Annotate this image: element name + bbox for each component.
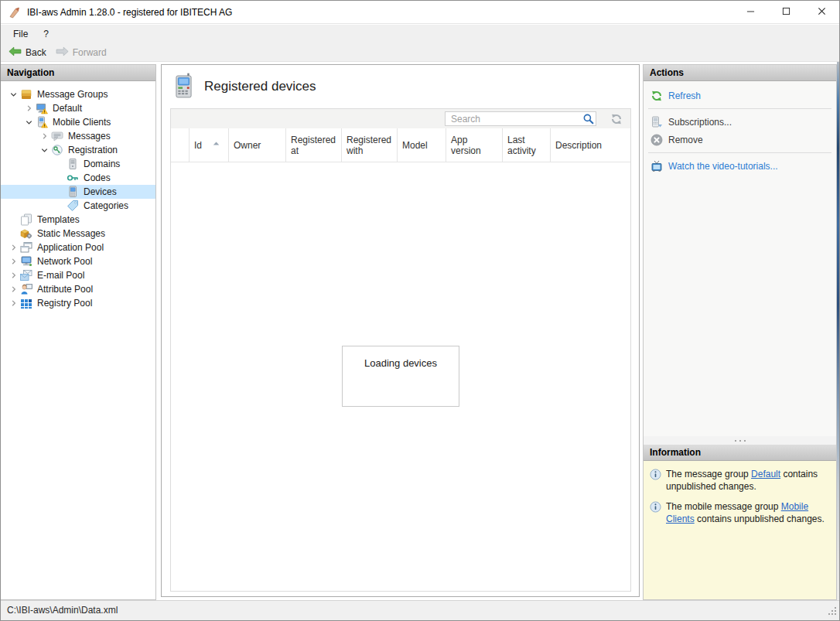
- table-body: Loading devices: [171, 162, 630, 591]
- main-panel: Registered devices IdOwnerRegistered atR…: [161, 64, 640, 597]
- menu-file[interactable]: File: [5, 25, 36, 43]
- tree-item-attribute-pool[interactable]: Attribute Pool: [1, 282, 155, 296]
- tree-item-application-pool[interactable]: Application Pool: [1, 241, 155, 254]
- tree-item-registry-pool[interactable]: Registry Pool: [1, 296, 155, 310]
- messages-icon: [51, 130, 63, 142]
- column-header-owner[interactable]: Owner: [229, 128, 286, 162]
- chevron-right-icon[interactable]: [7, 255, 20, 268]
- remove-icon: [650, 134, 663, 146]
- list-toolbar: [171, 109, 630, 128]
- action-label: Watch the video-tutorials...: [668, 161, 778, 172]
- minimize-icon: [746, 6, 755, 18]
- column-header-app-version[interactable]: App version: [446, 128, 503, 162]
- panel-splitter-handle[interactable]: [644, 436, 836, 445]
- title-bar: IBI-aws Admin 1.28.0 - registered for IB…: [1, 1, 839, 24]
- back-arrow-icon: [9, 46, 22, 59]
- search-icon[interactable]: [580, 113, 596, 125]
- tree-item-categories[interactable]: Categories: [1, 199, 155, 213]
- chevron-down-icon[interactable]: [22, 116, 36, 128]
- chevron-right-icon[interactable]: [7, 269, 20, 281]
- loading-text: Loading devices: [343, 357, 459, 369]
- column-header-label: App version: [451, 135, 497, 156]
- tv-icon: [650, 160, 663, 172]
- column-header-label: Registered with: [347, 135, 392, 156]
- action-label: Remove: [668, 135, 703, 145]
- info-text: The mobile message group Mobile Clients …: [666, 500, 831, 525]
- action-watch-the-video-tutorials[interactable]: Watch the video-tutorials...: [644, 157, 836, 175]
- chevron-placeholder: [53, 158, 67, 170]
- tree-item-label: Templates: [37, 214, 80, 225]
- column-header-registered-with[interactable]: Registered with: [342, 128, 398, 162]
- info-item: The message group Default contains unpub…: [650, 468, 831, 493]
- column-header-label: Last activity: [507, 135, 545, 156]
- tree-item-label: Messages: [68, 131, 111, 142]
- search-input[interactable]: [446, 114, 580, 125]
- maximize-icon: [782, 6, 790, 18]
- client-warning-icon: [36, 102, 48, 114]
- action-refresh[interactable]: Refresh: [644, 87, 836, 104]
- attribute-pool-icon: [20, 283, 32, 295]
- tree-item-domains[interactable]: Domains: [1, 157, 155, 171]
- information-list: The message group Default contains unpub…: [644, 461, 836, 599]
- tree-item-devices[interactable]: Devices: [1, 185, 155, 199]
- column-header-label: Id: [194, 140, 202, 151]
- refresh-green-icon: [650, 90, 663, 102]
- column-header-label: Owner: [234, 140, 261, 151]
- tree-item-mobile-clients[interactable]: Mobile Clients: [1, 115, 155, 129]
- tree-item-label: Static Messages: [37, 228, 105, 239]
- chevron-down-icon[interactable]: [7, 88, 20, 101]
- tree-item-templates[interactable]: Templates: [1, 213, 155, 227]
- chevron-right-icon[interactable]: [22, 102, 36, 114]
- tree-item-codes[interactable]: Codes: [1, 171, 155, 185]
- tree-item-static-messages[interactable]: Static Messages: [1, 227, 155, 241]
- column-header-model[interactable]: Model: [398, 128, 446, 162]
- tree-item-registration[interactable]: Registration: [1, 143, 155, 157]
- tree-item-label: Devices: [84, 186, 117, 197]
- tree-item-network-pool[interactable]: Network Pool: [1, 254, 155, 268]
- chevron-right-icon[interactable]: [7, 241, 20, 254]
- column-header-label: Model: [402, 140, 428, 151]
- maximize-button[interactable]: [768, 1, 804, 23]
- chevron-right-icon[interactable]: [7, 283, 20, 295]
- email-pool-icon: [20, 269, 32, 281]
- tree-item-e-mail-pool[interactable]: E-mail Pool: [1, 268, 155, 282]
- chevron-placeholder: [53, 186, 67, 198]
- network-pool-icon: [20, 255, 32, 268]
- list-refresh-button[interactable]: [610, 112, 623, 126]
- action-remove[interactable]: Remove: [644, 131, 836, 148]
- registered-devices-icon: [175, 73, 193, 101]
- column-header-description[interactable]: Description: [551, 128, 630, 162]
- chevron-right-icon[interactable]: [38, 130, 51, 142]
- column-header-registered-at[interactable]: Registered at: [286, 128, 342, 162]
- chevron-down-icon[interactable]: [38, 144, 51, 156]
- column-header-last-activity[interactable]: Last activity: [503, 128, 551, 162]
- minimize-button[interactable]: [732, 1, 768, 23]
- chevron-placeholder: [7, 227, 20, 240]
- menu-help[interactable]: ?: [36, 25, 56, 43]
- info-link-default[interactable]: Default: [751, 469, 780, 479]
- tree-item-message-groups[interactable]: Message Groups: [1, 87, 155, 101]
- back-button[interactable]: Back: [4, 44, 51, 61]
- column-header-id[interactable]: Id: [190, 128, 229, 162]
- column-header-label: Registered at: [291, 135, 336, 156]
- tree-item-label: Message Groups: [37, 89, 108, 100]
- window-controls: [732, 1, 839, 23]
- tree-item-messages[interactable]: Messages: [1, 129, 155, 143]
- forward-button[interactable]: Forward: [51, 44, 111, 61]
- registration-icon: [51, 144, 63, 156]
- info-link-mobile-clients[interactable]: Mobile Clients: [666, 501, 808, 524]
- resize-grip[interactable]: [827, 606, 838, 619]
- desktop-background-sliver: [837, 62, 840, 602]
- chevron-right-icon[interactable]: [7, 297, 20, 309]
- window-title: IBI-aws Admin 1.28.0 - registered for IB…: [27, 1, 232, 24]
- main-header: Registered devices: [162, 65, 639, 108]
- action-subscriptions[interactable]: Subscriptions...: [644, 113, 836, 131]
- forward-arrow-icon: [56, 46, 69, 59]
- tree-item-default[interactable]: Default: [1, 101, 155, 115]
- close-button[interactable]: [804, 1, 839, 23]
- sort-ascending-icon: [213, 137, 220, 148]
- chevron-placeholder: [53, 172, 67, 184]
- column-header-label: Description: [555, 140, 602, 151]
- devices-icon: [67, 186, 79, 198]
- close-icon: [818, 6, 826, 18]
